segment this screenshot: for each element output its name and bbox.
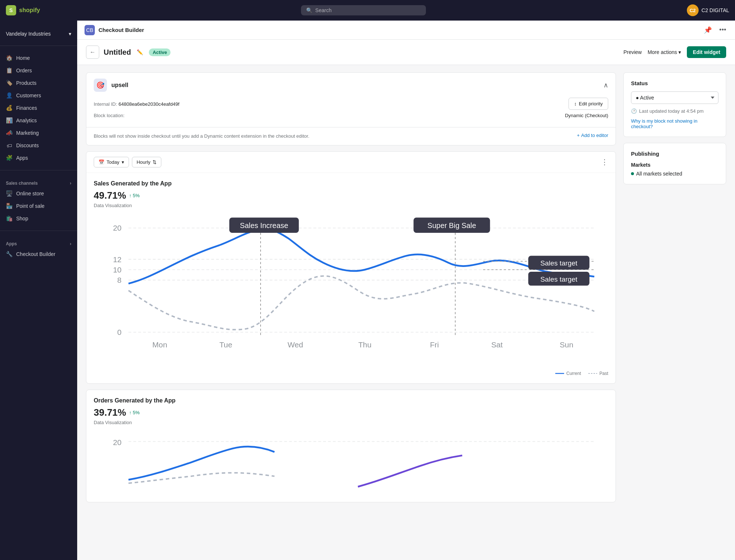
markets-label: Markets	[631, 162, 718, 168]
edit-title-button[interactable]: ✏️	[135, 48, 144, 56]
past-line-icon	[588, 372, 597, 375]
sidebar-item-label: Products	[16, 80, 36, 86]
chart-card: 📅 Today ▾ Hourly ⇅ ⋮ Sales Gen	[86, 151, 616, 384]
edit-priority-icon: ↕	[574, 101, 577, 106]
chevron-icon: ▾	[122, 159, 124, 165]
sidebar-item-label: Customers	[16, 93, 41, 98]
sidebar-item-checkout-builder[interactable]: 🔧 Checkout Builder	[0, 248, 77, 260]
search-bar[interactable]: 🔍	[301, 5, 426, 15]
user-badge: C2 C2 DIGITAL	[687, 4, 729, 16]
apps-icon: 🧩	[6, 155, 12, 161]
apps-chevron-right-icon: ›	[70, 241, 71, 246]
last-updated: 🕐 Last updated today at 4:54 pm	[631, 108, 718, 114]
content-area: 🎯 upsell ∧ Internal ID: 64808ea6ebe2030c…	[77, 65, 735, 510]
svg-text:Super Big Sale: Super Big Sale	[427, 221, 476, 229]
add-icon: +	[577, 133, 580, 138]
analytics-icon: 📊	[6, 117, 12, 124]
finances-icon: 💰	[6, 105, 12, 111]
svg-text:8: 8	[117, 276, 122, 284]
search-input[interactable]	[315, 7, 421, 13]
more-options-button[interactable]: •••	[718, 25, 728, 35]
upsell-card-header: 🎯 upsell ∧	[86, 73, 616, 98]
calendar-icon: 📅	[98, 159, 104, 165]
sales-metric: 49.71% ↑ 5%	[94, 190, 608, 201]
upsell-icon: 🎯	[94, 79, 107, 92]
sidebar-item-customers[interactable]: 👤 Customers	[0, 89, 77, 102]
sidebar-item-home[interactable]: 🏠 Home	[0, 52, 77, 64]
sidebar-store-section: Vandelay Industries ▾	[0, 25, 77, 43]
svg-text:Wed: Wed	[287, 340, 303, 349]
sidebar-item-label: Finances	[16, 105, 37, 111]
preview-button[interactable]: Preview	[623, 49, 642, 55]
sidebar-item-label: Online store	[16, 191, 44, 196]
sales-chart-title: Sales Generated by the App	[94, 180, 608, 187]
chevron-right-icon: ›	[70, 181, 71, 186]
sidebar-item-analytics[interactable]: 📊 Analytics	[0, 114, 77, 127]
sidebar-item-shop[interactable]: 🛍️ Shop	[0, 212, 77, 225]
add-to-editor-button[interactable]: + Add to editor	[577, 133, 608, 138]
top-navigation: S shopify 🔍 C2 C2 DIGITAL	[0, 0, 735, 21]
sales-value: 49.71%	[94, 190, 126, 201]
home-icon: 🏠	[6, 55, 12, 61]
marketing-icon: 📣	[6, 130, 12, 136]
help-link[interactable]: Why is my block not showing in checkout?	[631, 118, 718, 129]
online-store-icon: 🖥️	[6, 190, 12, 197]
back-button[interactable]: ←	[86, 46, 99, 59]
sidebar-item-finances[interactable]: 💰 Finances	[0, 102, 77, 114]
sales-chart-svg: 20 12 10 8 0	[94, 214, 608, 367]
sales-channels-section: Sales channels › 🖥️ Online store 🏪 Point…	[0, 173, 77, 228]
orders-delta: ↑ 5%	[129, 410, 140, 415]
sidebar-item-discounts[interactable]: 🏷 Discounts	[0, 139, 77, 152]
hourly-filter-button[interactable]: Hourly ⇅	[132, 157, 162, 167]
data-viz-label: Data Visualization	[94, 203, 608, 208]
apps-section: Apps › 🔧 Checkout Builder	[0, 234, 77, 263]
meta-id: Internal ID: 64808ea6ebe2030c4eafd49f	[94, 101, 179, 107]
orders-chart-card: Orders Generated by the App 39.71% ↑ 5% …	[86, 390, 616, 502]
edit-priority-button[interactable]: ↕ Edit priority	[569, 98, 608, 110]
meta-row-location: Block location: Dynamic (Checkout)	[94, 113, 608, 118]
upsell-title: upsell	[111, 82, 128, 88]
store-name: Vandelay Industries	[6, 31, 51, 37]
sidebar-item-apps[interactable]: 🧩 Apps	[0, 152, 77, 164]
today-filter-button[interactable]: 📅 Today ▾	[94, 157, 129, 167]
orders-chart-body: Orders Generated by the App 39.71% ↑ 5% …	[86, 390, 616, 502]
sidebar-item-point-of-sale[interactable]: 🏪 Point of sale	[0, 200, 77, 212]
store-selector-chevron: ▾	[69, 31, 71, 37]
sidebar-item-marketing[interactable]: 📣 Marketing	[0, 127, 77, 139]
legend-current: Current	[555, 371, 581, 376]
chart-toolbar-left: 📅 Today ▾ Hourly ⇅	[94, 157, 161, 167]
user-name: C2 DIGITAL	[702, 7, 729, 13]
legend-past: Past	[588, 371, 608, 376]
shopify-logo: S shopify	[6, 5, 40, 15]
current-line-icon	[555, 372, 564, 375]
sidebar-item-products[interactable]: 🏷️ Products	[0, 77, 77, 89]
publishing-section: Markets All markets selected	[631, 162, 718, 177]
svg-text:Sun: Sun	[560, 340, 573, 349]
collapse-button[interactable]: ∧	[603, 81, 608, 89]
edit-widget-button[interactable]: Edit widget	[687, 46, 726, 58]
store-selector[interactable]: Vandelay Industries ▾	[0, 28, 77, 40]
shopify-logo-text: shopify	[19, 7, 40, 14]
sidebar-item-online-store[interactable]: 🖥️ Online store	[0, 187, 77, 200]
app-icon: CB	[85, 25, 95, 35]
pin-button[interactable]: 📌	[702, 25, 713, 36]
sidebar: Vandelay Industries ▾ 🏠 Home 📋 Orders 🏷️…	[0, 21, 77, 560]
sidebar-item-label: Shop	[16, 216, 28, 221]
orders-chart-title: Orders Generated by the App	[94, 397, 608, 404]
status-select[interactable]: ● Active Draft	[631, 91, 718, 104]
chart-more-button[interactable]: ⋮	[601, 158, 608, 166]
more-actions-chevron-icon: ▾	[678, 49, 681, 55]
svg-text:Sales target: Sales target	[540, 275, 578, 283]
app-header-title: Checkout Builder	[98, 27, 144, 33]
more-actions-button[interactable]: More actions ▾	[648, 49, 681, 55]
orders-viz-label: Data Visualization	[94, 420, 608, 425]
last-updated-text: Last updated today at 4:54 pm	[639, 108, 704, 114]
publishing-panel-title: Publishing	[631, 151, 718, 157]
sidebar-item-label: Home	[16, 55, 30, 61]
customers-icon: 👤	[6, 92, 12, 99]
apps-section-label: Apps ›	[0, 237, 77, 248]
svg-text:Mon: Mon	[153, 340, 167, 349]
sidebar-item-orders[interactable]: 📋 Orders	[0, 64, 77, 77]
markets-text: All markets selected	[636, 171, 682, 177]
page-header-right: Preview More actions ▾ Edit widget	[623, 46, 726, 58]
